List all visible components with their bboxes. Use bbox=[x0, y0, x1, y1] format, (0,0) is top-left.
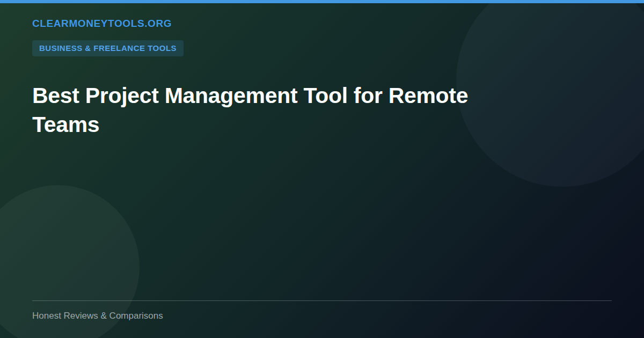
footer: Honest Reviews & Comparisons bbox=[32, 300, 612, 321]
footer-tagline: Honest Reviews & Comparisons bbox=[32, 311, 612, 321]
page-title-line-2: Teams bbox=[32, 110, 547, 139]
main-content: CLEARMONEYTOOLS.ORG BUSINESS & FREELANCE… bbox=[0, 18, 644, 139]
top-accent-bar bbox=[0, 0, 644, 3]
og-card: CLEARMONEYTOOLS.ORG BUSINESS & FREELANCE… bbox=[0, 0, 644, 338]
category-badge-label: BUSINESS & FREELANCE TOOLS bbox=[39, 43, 177, 53]
category-badge: BUSINESS & FREELANCE TOOLS bbox=[32, 40, 184, 56]
page-title: Best Project Management Tool for Remote … bbox=[32, 81, 547, 139]
page-title-line-1: Best Project Management Tool for Remote bbox=[32, 81, 547, 110]
site-name: CLEARMONEYTOOLS.ORG bbox=[32, 18, 612, 30]
